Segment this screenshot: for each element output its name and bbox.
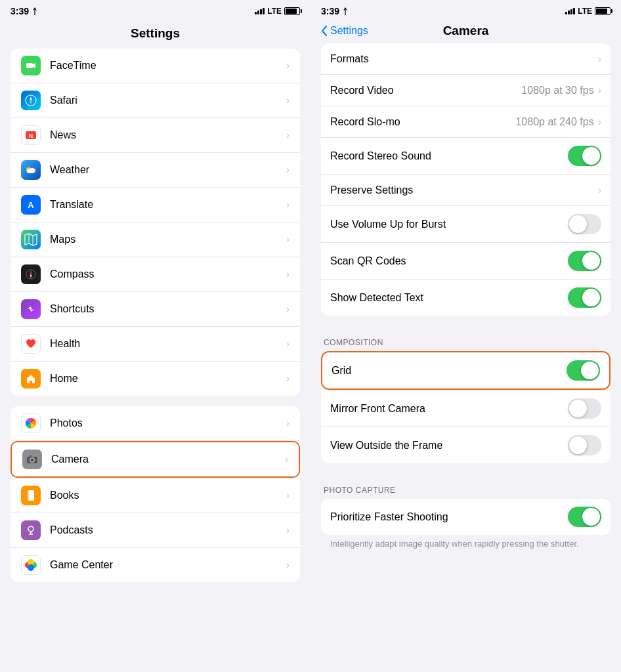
- maps-label: Maps: [50, 234, 286, 245]
- mirror-front-row[interactable]: Mirror Front Camera: [321, 390, 610, 427]
- left-time: 3:39: [11, 6, 29, 16]
- left-page-title: Settings: [0, 21, 310, 49]
- settings-row-books[interactable]: Books ›: [11, 478, 300, 513]
- camera-highlighted-wrapper: Camera ›: [11, 441, 300, 478]
- books-icon: [21, 486, 41, 505]
- settings-row-facetime[interactable]: FaceTime ›: [11, 49, 300, 83]
- svg-rect-17: [30, 455, 32, 457]
- faster-shooting-row[interactable]: Prioritize Faster Shooting: [321, 499, 610, 535]
- weather-label: Weather: [50, 164, 286, 176]
- record-video-row[interactable]: Record Video 1080p at 30 fps ›: [321, 75, 610, 106]
- settings-row-podcasts[interactable]: Podcasts ›: [11, 513, 300, 548]
- main-settings-card: Formats › Record Video 1080p at 30 fps ›…: [321, 43, 610, 316]
- settings-row-photos[interactable]: Photos ›: [11, 406, 300, 441]
- left-panel: 3:39 LTE Settings: [0, 0, 310, 672]
- svg-point-26: [28, 564, 34, 571]
- right-status-bar: 3:39 LTE: [310, 0, 621, 21]
- shortcuts-icon: [21, 299, 41, 319]
- right-location-icon: [342, 7, 349, 16]
- news-icon: N: [21, 125, 41, 145]
- location-icon: [32, 7, 38, 16]
- right-panel: 3:39 LTE Settings Cam: [310, 0, 621, 672]
- svg-marker-12: [30, 270, 32, 274]
- photo-capture-section: PHOTO CAPTURE Prioritize Faster Shooting…: [321, 476, 610, 556]
- view-outside-toggle[interactable]: [568, 435, 601, 455]
- record-slomo-row[interactable]: Record Slo-mo 1080p at 240 fps ›: [321, 106, 610, 138]
- photos-icon: [21, 413, 41, 433]
- facetime-icon: [21, 56, 41, 75]
- svg-marker-5: [30, 100, 32, 104]
- top-settings-card: FaceTime › Safari › N News ›: [11, 49, 300, 396]
- scan-qr-row[interactable]: Scan QR Codes: [321, 243, 610, 280]
- left-status-icons: LTE: [255, 7, 300, 16]
- svg-marker-4: [30, 96, 32, 100]
- record-stereo-row[interactable]: Record Stereo Sound: [321, 138, 610, 175]
- maps-icon: [21, 230, 41, 249]
- right-status-icons: LTE: [565, 7, 610, 16]
- svg-rect-19: [28, 490, 29, 501]
- podcasts-icon: [21, 520, 41, 540]
- settings-row-translate[interactable]: A Translate ›: [11, 188, 300, 222]
- formats-row[interactable]: Formats ›: [321, 43, 610, 75]
- grid-highlighted-card: Grid: [321, 351, 610, 390]
- bottom-settings-card: Photos › Camera ›: [11, 406, 300, 582]
- home-label: Home: [50, 373, 286, 385]
- faster-shooting-note: Intelligently adapt image quality when r…: [321, 535, 610, 556]
- left-status-bar: 3:39 LTE: [0, 0, 310, 21]
- camera-label: Camera: [51, 453, 285, 465]
- camera-row-container: Camera ›: [11, 441, 300, 478]
- books-label: Books: [50, 490, 286, 501]
- right-signal-icon: [565, 8, 575, 14]
- right-time: 3:39: [321, 6, 339, 16]
- record-stereo-toggle[interactable]: [568, 146, 601, 166]
- view-outside-row[interactable]: View Outside the Frame: [321, 427, 610, 463]
- settings-row-camera[interactable]: Camera ›: [12, 442, 299, 476]
- health-label: Health: [50, 338, 286, 350]
- shortcuts-label: Shortcuts: [50, 303, 286, 315]
- svg-point-10: [27, 169, 32, 173]
- svg-point-20: [28, 526, 33, 532]
- back-button[interactable]: Settings: [321, 25, 368, 37]
- settings-row-compass[interactable]: Compass ›: [11, 257, 300, 292]
- faster-shooting-toggle[interactable]: [568, 507, 601, 527]
- gamecenter-label: Game Center: [50, 559, 286, 571]
- camera-page-title: Camera: [443, 24, 489, 38]
- settings-row-health[interactable]: Health ›: [11, 327, 300, 362]
- svg-rect-1: [26, 63, 33, 68]
- settings-row-safari[interactable]: Safari ›: [11, 83, 300, 118]
- show-text-toggle[interactable]: [568, 287, 601, 308]
- compass-label: Compass: [50, 268, 286, 280]
- signal-icon: [255, 8, 265, 14]
- compass-icon: [21, 264, 41, 284]
- settings-row-news[interactable]: N News ›: [11, 118, 300, 153]
- safari-label: Safari: [50, 94, 286, 106]
- settings-row-home[interactable]: Home ›: [11, 362, 300, 396]
- right-battery-icon: [595, 7, 610, 15]
- photo-capture-header: PHOTO CAPTURE: [321, 476, 610, 499]
- show-text-row[interactable]: Show Detected Text: [321, 280, 610, 316]
- home-icon: [21, 369, 41, 388]
- settings-row-maps[interactable]: Maps ›: [11, 222, 300, 257]
- volume-burst-row[interactable]: Use Volume Up for Burst: [321, 206, 610, 243]
- composition-header: COMPOSITION: [321, 329, 610, 351]
- composition-lower-card: Mirror Front Camera View Outside the Fra…: [321, 390, 610, 463]
- back-label: Settings: [330, 25, 368, 37]
- health-icon: [21, 334, 41, 354]
- camera-icon: [22, 450, 42, 469]
- settings-row-weather[interactable]: Weather ›: [11, 153, 300, 188]
- translate-label: Translate: [50, 199, 286, 211]
- svg-marker-2: [33, 63, 35, 68]
- podcasts-label: Podcasts: [50, 524, 286, 536]
- volume-burst-toggle[interactable]: [568, 214, 601, 234]
- mirror-front-toggle[interactable]: [568, 398, 601, 419]
- weather-icon: [21, 160, 41, 180]
- battery-icon: [284, 7, 300, 15]
- preserve-settings-row[interactable]: Preserve Settings ›: [321, 175, 610, 206]
- grid-toggle[interactable]: [567, 360, 600, 381]
- lte-label: LTE: [267, 7, 282, 16]
- settings-row-shortcuts[interactable]: Shortcuts ›: [11, 292, 300, 327]
- settings-row-gamecenter[interactable]: Game Center ›: [11, 548, 300, 582]
- grid-row[interactable]: Grid: [322, 352, 609, 388]
- svg-text:N: N: [29, 133, 33, 139]
- scan-qr-toggle[interactable]: [568, 251, 601, 271]
